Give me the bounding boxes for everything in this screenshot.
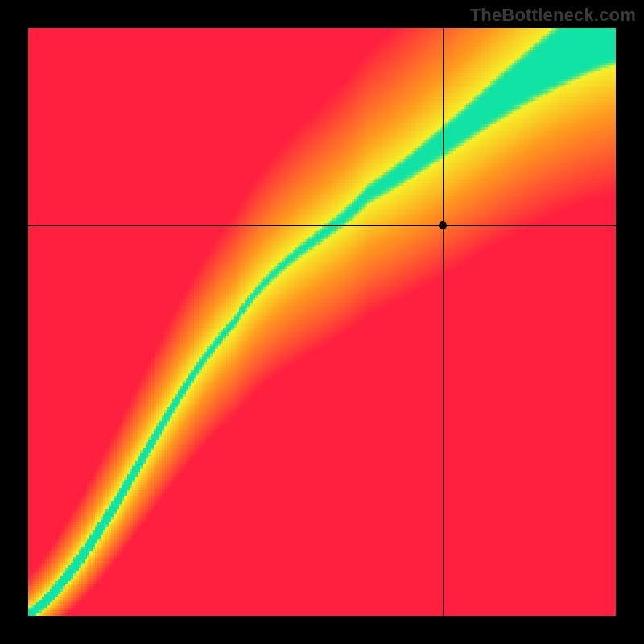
bottleneck-heatmap	[28, 28, 616, 616]
watermark-text: TheBottleneck.com	[470, 5, 636, 26]
chart-frame: TheBottleneck.com	[0, 0, 644, 644]
crosshair-horizontal-line	[28, 225, 616, 226]
selected-point-marker	[439, 221, 447, 229]
crosshair-vertical-line	[443, 28, 444, 616]
